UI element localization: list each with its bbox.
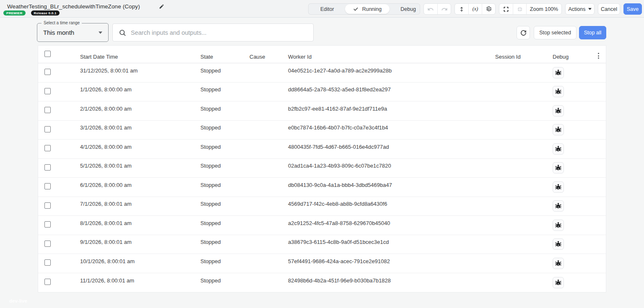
environment-label: dev-live bbox=[9, 298, 27, 303]
row-checkbox[interactable] bbox=[44, 279, 51, 285]
cell-state: Stopped bbox=[200, 86, 249, 93]
tab-running-label: Running bbox=[362, 6, 382, 12]
io-order-button[interactable] bbox=[455, 4, 468, 14]
bug-icon bbox=[555, 107, 562, 114]
col-start-date-time[interactable]: Start Date Time bbox=[80, 54, 200, 63]
pencil-icon bbox=[159, 4, 164, 9]
cell-state: Stopped bbox=[200, 144, 249, 150]
mode-tabs: Editor Running Debug bbox=[308, 3, 420, 15]
tab-editor-label: Editor bbox=[320, 6, 334, 12]
cell-start-date-time: 4/1/2026, 8:00:00 am bbox=[80, 144, 200, 150]
page-title: WeatherTesting_BLr_schedulewithTimeZone … bbox=[7, 3, 140, 10]
bug-icon bbox=[555, 145, 562, 153]
debug-run-button[interactable] bbox=[553, 200, 564, 212]
header-toolbar: Editor Running Debug (x) Zoom 100% Actio… bbox=[308, 3, 642, 15]
row-checkbox[interactable] bbox=[44, 241, 51, 247]
search-input[interactable] bbox=[131, 29, 307, 36]
select-all-checkbox[interactable] bbox=[44, 51, 51, 57]
canvas-tools: (x) bbox=[454, 3, 496, 15]
tab-editor[interactable]: Editor bbox=[309, 4, 345, 14]
debug-run-button[interactable] bbox=[553, 86, 564, 97]
actions-menu-button[interactable]: Actions bbox=[565, 3, 595, 15]
refresh-icon bbox=[520, 29, 527, 36]
cell-worker-id: 04e0521c-1e27-4a0d-a789-ac2e2999a28b bbox=[288, 67, 495, 74]
debug-run-button[interactable] bbox=[553, 143, 564, 155]
fullscreen-button[interactable] bbox=[499, 4, 513, 14]
cell-start-date-time: 9/1/2026, 8:00:01 am bbox=[80, 239, 200, 245]
select-caret-icon bbox=[99, 31, 102, 34]
row-checkbox[interactable] bbox=[44, 69, 51, 75]
table-header-row: Start Date Time State Cause Worker Id Se… bbox=[38, 46, 606, 63]
col-worker-id[interactable]: Worker Id bbox=[288, 54, 495, 63]
row-checkbox[interactable] bbox=[44, 88, 51, 94]
variables-button[interactable]: (x) bbox=[468, 4, 482, 14]
zoom-level-button[interactable]: Zoom 100% bbox=[526, 4, 561, 14]
release-badge: Release 0.0.1 bbox=[31, 10, 60, 16]
cell-state: Stopped bbox=[200, 163, 249, 169]
stop-all-button[interactable]: Stop all bbox=[579, 26, 606, 39]
bug-icon bbox=[555, 69, 562, 76]
tab-debug-label: Debug bbox=[400, 6, 416, 12]
row-checkbox[interactable] bbox=[44, 145, 51, 151]
debug-run-button[interactable] bbox=[553, 220, 564, 231]
caret-down-icon bbox=[588, 8, 592, 10]
debug-run-button[interactable] bbox=[553, 67, 564, 78]
col-session-id[interactable]: Session Id bbox=[495, 54, 553, 63]
undo-button[interactable] bbox=[424, 4, 437, 14]
debug-run-button[interactable] bbox=[553, 105, 564, 116]
gear-icon bbox=[486, 6, 492, 12]
debug-run-button[interactable] bbox=[553, 162, 564, 173]
view-tools: Zoom 100% bbox=[499, 3, 562, 15]
badge-row: PREMIER Release 0.0.1 bbox=[3, 10, 60, 16]
table-row: 7/1/2026, 8:00:01 am Stopped 4569d717-f4… bbox=[38, 197, 606, 216]
settings-button[interactable] bbox=[482, 4, 495, 14]
cell-start-date-time: 3/1/2026, 8:00:01 am bbox=[80, 124, 200, 131]
row-checkbox[interactable] bbox=[44, 183, 51, 189]
bug-icon bbox=[555, 164, 562, 171]
check-icon bbox=[353, 6, 358, 12]
debug-run-button[interactable] bbox=[553, 181, 564, 193]
debug-run-button[interactable] bbox=[553, 277, 564, 288]
history-buttons bbox=[423, 3, 451, 15]
cell-start-date-time: 31/12/2025, 8:00:01 am bbox=[80, 67, 200, 74]
row-checkbox[interactable] bbox=[44, 221, 51, 228]
table-row: 6/1/2026, 8:00:00 am Stopped db084130-9c… bbox=[38, 178, 606, 197]
collapse-icon bbox=[517, 6, 523, 12]
time-range-value: This month bbox=[43, 29, 74, 36]
cell-state: Stopped bbox=[200, 277, 249, 284]
col-state[interactable]: State bbox=[200, 54, 249, 63]
debug-run-button[interactable] bbox=[553, 124, 564, 135]
time-range-select[interactable]: Select a time range This month bbox=[37, 23, 109, 42]
row-checkbox[interactable] bbox=[44, 164, 51, 171]
cell-start-date-time: 1/1/2026, 8:00:00 am bbox=[80, 86, 200, 93]
table-row: 11/1/2026, 8:00:01 am Stopped 82498b6d-4… bbox=[38, 273, 606, 292]
debug-run-button[interactable] bbox=[553, 238, 564, 250]
cancel-button[interactable]: Cancel bbox=[598, 3, 620, 15]
debug-run-button[interactable] bbox=[553, 258, 564, 269]
col-cause[interactable]: Cause bbox=[249, 54, 288, 63]
row-checkbox[interactable] bbox=[44, 126, 51, 132]
refresh-button[interactable] bbox=[517, 26, 530, 39]
tab-running[interactable]: Running bbox=[345, 4, 390, 14]
row-checkbox[interactable] bbox=[44, 259, 51, 266]
table-body: 31/12/2025, 8:00:01 am Stopped 04e0521c-… bbox=[38, 63, 606, 292]
table-row: 9/1/2026, 8:00:01 am Stopped a38679c3-61… bbox=[38, 235, 606, 254]
bug-icon bbox=[555, 260, 562, 267]
row-checkbox[interactable] bbox=[44, 202, 51, 209]
col-debug[interactable]: Debug bbox=[553, 54, 586, 63]
redo-button[interactable] bbox=[437, 4, 451, 14]
cell-state: Stopped bbox=[200, 67, 249, 74]
cell-worker-id: 82498b6d-4b2a-451f-96e9-b030ba7b1828 bbox=[288, 277, 495, 284]
bug-icon bbox=[555, 88, 562, 95]
stop-selected-button[interactable]: Stop selected bbox=[534, 26, 576, 39]
save-button[interactable]: Save bbox=[623, 3, 642, 15]
tab-debug[interactable]: Debug bbox=[390, 4, 427, 14]
fit-view-button[interactable] bbox=[513, 4, 526, 14]
cell-state: Stopped bbox=[200, 182, 249, 188]
table-row: 4/1/2026, 8:00:00 am Stopped 4800435f-7f… bbox=[38, 140, 606, 159]
table-row: 1/1/2026, 8:00:00 am Stopped dd8664a5-2a… bbox=[38, 83, 606, 102]
edit-title-button[interactable] bbox=[158, 3, 165, 11]
row-checkbox[interactable] bbox=[44, 107, 51, 113]
column-options-button[interactable] bbox=[597, 52, 600, 60]
cell-start-date-time: 5/1/2026, 8:00:01 am bbox=[80, 163, 200, 169]
